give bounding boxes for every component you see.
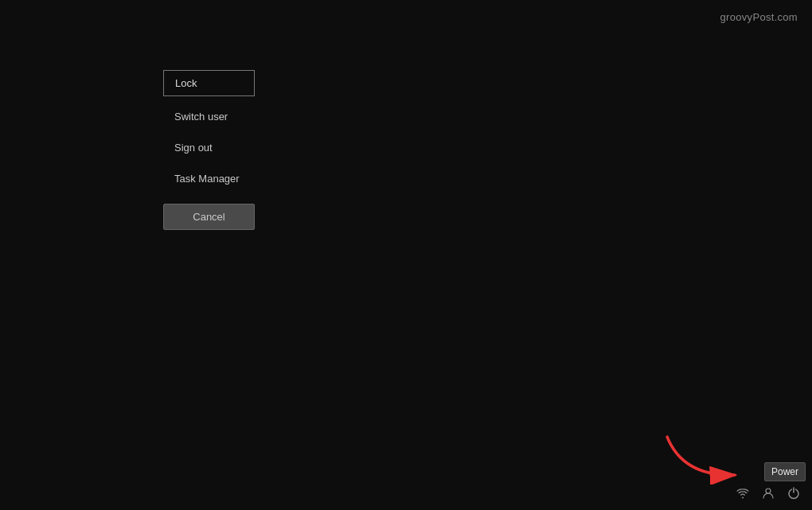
- person-icon[interactable]: [758, 483, 779, 504]
- watermark: groovyPost.com: [720, 11, 798, 23]
- svg-point-1: [766, 489, 771, 493]
- taskbar-bottom: [732, 483, 804, 504]
- power-icon[interactable]: [783, 483, 804, 504]
- menu-item-switch-user[interactable]: Switch user: [163, 104, 255, 129]
- menu-item-lock[interactable]: Lock: [163, 70, 255, 96]
- wifi-icon[interactable]: [732, 483, 753, 504]
- context-menu: Lock Switch user Sign out Task Manager C…: [163, 70, 255, 230]
- arrow-indicator: [659, 429, 755, 488]
- power-tooltip: Power: [764, 462, 806, 481]
- cancel-button[interactable]: Cancel: [163, 204, 255, 230]
- menu-item-sign-out[interactable]: Sign out: [163, 135, 255, 160]
- menu-item-task-manager[interactable]: Task Manager: [163, 166, 255, 191]
